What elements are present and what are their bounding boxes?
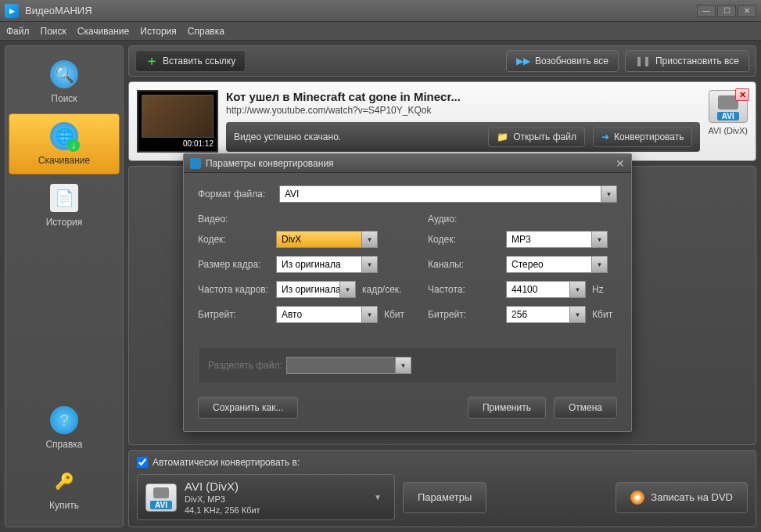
audio-fieldset: Аудио: Кодек: MP3 ▼ Каналы: Стерео <box>428 214 617 331</box>
chevron-down-icon: ▼ <box>569 307 585 322</box>
remove-item-button[interactable]: ✕ <box>735 88 749 101</box>
params-button[interactable]: Параметры <box>403 482 486 513</box>
format-caption: AVI (DivX) <box>708 126 748 135</box>
channels-value: Стерео <box>512 259 544 270</box>
format-selector-short: AVI <box>150 501 172 509</box>
video-thumbnail[interactable]: 00:01:12 <box>137 90 218 153</box>
format-selector-line2: 44,1 KHz, 256 Кбит <box>185 505 260 515</box>
apply-button[interactable]: Применить <box>468 397 546 419</box>
sidebar-label-buy: Купить <box>49 500 79 511</box>
abitrate-unit: Кбит <box>592 309 612 320</box>
sidebar: 🔍 Поиск 🌐 Скачивание 📄 История ? Справка… <box>5 45 124 527</box>
video-codec-value: DivX <box>282 234 301 245</box>
video-codec-label: Кодек: <box>198 234 276 245</box>
vbitrate-unit: Кбит <box>384 309 404 320</box>
sidebar-label-download: Скачивание <box>38 155 90 166</box>
app-icon <box>5 4 19 18</box>
split-label: Разделять файл: <box>208 360 286 371</box>
audio-codec-select[interactable]: MP3 ▼ <box>506 231 608 248</box>
dialog-title: Параметры конвертирования <box>206 158 334 169</box>
disc-icon <box>630 491 644 505</box>
fps-unit: кадр/сек. <box>362 284 401 295</box>
plus-icon: ＋ <box>145 53 158 70</box>
vbitrate-select[interactable]: Авто ▼ <box>276 306 378 323</box>
split-file-row: Разделять файл: ▼ <box>198 347 617 384</box>
open-file-button[interactable]: 📁 Открыть файл <box>488 127 585 147</box>
resume-all-button[interactable]: ▶▶ Возобновить все <box>506 50 619 72</box>
video-codec-select[interactable]: DivX ▼ <box>276 231 378 248</box>
menu-help[interactable]: Справка <box>188 26 224 37</box>
file-format-select[interactable]: AVI ▼ <box>279 185 617 203</box>
fps-select[interactable]: Из оригинала ▼ <box>276 281 356 298</box>
close-button[interactable]: ✕ <box>738 5 756 17</box>
history-icon: 📄 <box>50 184 78 212</box>
freq-select[interactable]: 44100 ▼ <box>506 281 586 298</box>
apply-label: Применить <box>483 402 531 413</box>
auto-convert-checkbox[interactable] <box>137 457 148 468</box>
pause-icon: ❚❚ <box>635 56 651 66</box>
dialog-close-button[interactable]: ✕ <box>616 157 625 170</box>
cancel-label: Отмена <box>569 402 602 413</box>
sidebar-item-search[interactable]: 🔍 Поиск <box>9 52 120 112</box>
maximize-button[interactable]: ☐ <box>717 5 736 17</box>
video-title: Кот ушел в Minecraft cat gone in Minecr.… <box>226 90 700 103</box>
sidebar-label-help: Справка <box>45 439 82 450</box>
toolbar: ＋ Вставить ссылку ▶▶ Возобновить все ❚❚ … <box>128 45 756 77</box>
sidebar-label-search: Поиск <box>51 93 77 104</box>
frame-size-label: Размер кадра: <box>198 259 276 270</box>
pause-all-label: Приостановить все <box>655 56 739 66</box>
convert-params-dialog: Параметры конвертирования ✕ Формат файла… <box>183 153 632 432</box>
save-as-button[interactable]: Сохранить как... <box>198 397 298 419</box>
sidebar-item-buy[interactable]: 🔑 Купить <box>9 459 120 519</box>
chevron-down-icon: ▼ <box>395 358 411 373</box>
minimize-button[interactable]: — <box>697 5 716 17</box>
format-short: AVI <box>717 112 739 120</box>
fps-label: Частота кадров: <box>198 284 276 295</box>
freq-value: 44100 <box>512 284 537 295</box>
abitrate-value: 256 <box>512 309 527 320</box>
format-selector-line1: DivX, MP3 <box>185 494 260 504</box>
video-duration: 00:01:12 <box>142 138 214 148</box>
save-as-label: Сохранить как... <box>213 402 283 413</box>
titlebar: ВидеоМАНИЯ — ☐ ✕ <box>0 0 761 22</box>
dialog-icon <box>190 158 201 169</box>
burn-dvd-button[interactable]: Записать на DVD <box>616 482 748 513</box>
format-selector-name: AVI (DivX) <box>185 480 260 493</box>
search-icon: 🔍 <box>50 60 78 88</box>
menu-download[interactable]: Скачивание <box>77 26 129 37</box>
menu-file[interactable]: Файл <box>6 26 30 37</box>
convert-button[interactable]: ➜ Конвертировать <box>593 127 693 147</box>
cancel-button[interactable]: Отмена <box>554 397 617 419</box>
frame-size-select[interactable]: Из оригинала ▼ <box>276 256 378 273</box>
format-selector-icon: AVI <box>145 483 177 512</box>
video-heading: Видео: <box>198 214 404 225</box>
help-icon: ? <box>50 406 78 434</box>
vbitrate-label: Битрейт: <box>198 309 276 320</box>
key-icon: 🔑 <box>50 467 78 495</box>
sidebar-label-history: История <box>46 217 83 228</box>
frame-size-value: Из оригинала <box>282 259 341 270</box>
convert-label: Конвертировать <box>614 131 684 142</box>
format-selector[interactable]: AVI AVI (DivX) DivX, MP3 44,1 KHz, 256 К… <box>137 474 395 520</box>
menu-search[interactable]: Поиск <box>41 26 66 37</box>
channels-select[interactable]: Стерео ▼ <box>506 256 608 273</box>
app-title: ВидеоМАНИЯ <box>25 5 697 16</box>
auto-convert-label: Автоматически конвертировать в: <box>153 457 300 468</box>
chevron-down-icon: ▼ <box>361 232 377 247</box>
video-url: http://www.youtube.com/watch?v=S4P10Y_KQ… <box>226 105 700 116</box>
convert-icon: ➜ <box>601 131 609 142</box>
burn-dvd-label: Записать на DVD <box>651 491 733 503</box>
resume-icon: ▶▶ <box>516 56 530 66</box>
file-format-label: Формат файла: <box>198 189 279 200</box>
thumbnail-image <box>142 95 214 138</box>
abitrate-select[interactable]: 256 ▼ <box>506 306 586 323</box>
pause-all-button[interactable]: ❚❚ Приостановить все <box>625 50 749 72</box>
sidebar-item-download[interactable]: 🌐 Скачивание <box>9 113 120 174</box>
paste-link-button[interactable]: ＋ Вставить ссылку <box>135 50 246 72</box>
sidebar-item-help[interactable]: ? Справка <box>9 398 120 458</box>
sidebar-item-history[interactable]: 📄 История <box>9 176 120 235</box>
resume-all-label: Возобновить все <box>535 56 608 66</box>
chevron-down-icon: ▼ <box>339 282 355 297</box>
bottom-bar: Автоматически конвертировать в: AVI AVI … <box>128 450 756 527</box>
menu-history[interactable]: История <box>140 26 177 37</box>
